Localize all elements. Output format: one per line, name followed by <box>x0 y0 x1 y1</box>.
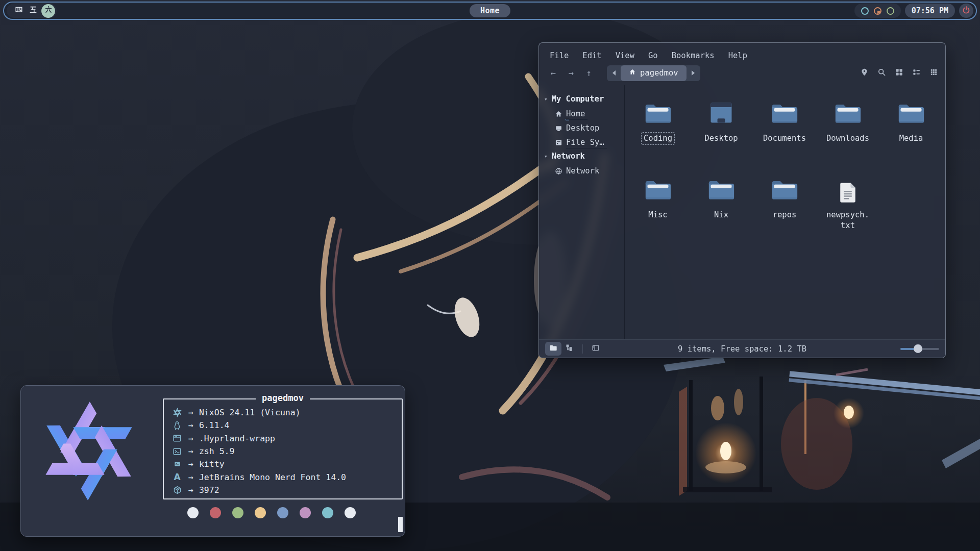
menu-go[interactable]: Go <box>648 51 658 60</box>
sidebar-item-network[interactable]: Network <box>539 163 624 178</box>
grid-view-button[interactable] <box>895 68 903 79</box>
sidebar-item-filesy[interactable]: File Sy… <box>539 135 624 149</box>
show-tree-button[interactable] <box>561 342 578 356</box>
terminal-cursor <box>398 517 403 532</box>
focused-window-title: Home <box>470 4 510 17</box>
folder-icon <box>707 176 735 206</box>
sidebar-section-network[interactable]: ▾Network <box>539 149 624 163</box>
menu-view[interactable]: View <box>616 51 634 60</box>
hanzi-5 <box>29 6 37 16</box>
fastfetch-value: 6.11.4 <box>199 420 230 430</box>
workspace-六[interactable] <box>41 4 55 18</box>
palette-dot-1 <box>210 507 221 518</box>
search-button[interactable] <box>877 68 886 79</box>
file-item-label: Documents <box>763 133 806 144</box>
toggle-side-pane-button[interactable] <box>587 342 604 356</box>
file-icon-area <box>707 97 735 129</box>
list-view-button[interactable] <box>912 68 921 79</box>
palette-dot-4 <box>277 507 288 518</box>
list-view-icon <box>912 68 921 79</box>
icon-zoom-slider[interactable] <box>900 342 939 356</box>
arrow-icon: → <box>188 459 193 469</box>
nix-snowflake-icon <box>170 408 184 417</box>
status-text: 9 items, Free space: 1.2 TB <box>678 344 806 354</box>
file-item-documents[interactable]: Documents <box>753 97 816 174</box>
terminal-window: pagedmov →NixOS 24.11 (Vicuna)→6.11.4→.H… <box>20 385 405 537</box>
fastfetch-value: kitty <box>199 459 225 469</box>
folder-icon <box>771 99 798 129</box>
search-icon <box>877 68 886 79</box>
menu-file[interactable]: File <box>550 51 569 60</box>
terminal-filled-icon <box>170 460 184 468</box>
file-icon-area <box>837 174 859 206</box>
file-item-coding[interactable]: Coding <box>626 97 690 174</box>
forward-button[interactable]: → <box>564 66 578 80</box>
sidebar-item-home[interactable]: Home <box>539 106 624 120</box>
status-indicators[interactable] <box>854 4 901 18</box>
file-item-label: Misc <box>648 210 667 220</box>
file-item-newpsych-txt[interactable]: newpsych.​txt <box>816 174 879 251</box>
menu-bookmarks[interactable]: Bookmarks <box>672 51 715 60</box>
back-button[interactable]: ← <box>546 66 560 80</box>
home-icon <box>629 68 636 78</box>
sidebar-item-label: Desktop <box>566 123 599 133</box>
hanzi-6 <box>44 6 53 16</box>
menu-edit[interactable]: Edit <box>582 51 601 60</box>
toolbar: ← → ↑ pagedmov <box>539 61 945 85</box>
compact-view-button[interactable] <box>929 68 938 79</box>
file-item-desktop[interactable]: Desktop <box>690 97 753 174</box>
clock[interactable]: 07:56 PM <box>905 4 955 18</box>
up-button[interactable]: ↑ <box>582 66 596 80</box>
slider-handle[interactable] <box>914 344 922 353</box>
green-ring[interactable] <box>887 7 894 15</box>
workspace-四[interactable] <box>13 5 25 17</box>
tree-pane-icon <box>566 344 574 354</box>
sidebar-item-label: Network <box>566 166 599 176</box>
workspace-五[interactable] <box>27 5 39 17</box>
fastfetch-rows: →NixOS 24.11 (Vicuna)→6.11.4→.Hyprland-w… <box>164 399 402 496</box>
sidebar-section-label: Network <box>552 152 585 161</box>
sidebar-item-desktop[interactable]: Desktop <box>539 120 624 135</box>
file-icon-area <box>897 97 925 129</box>
grid-view-icon <box>895 68 903 79</box>
power-button[interactable] <box>959 4 973 18</box>
file-item-downloads[interactable]: Downloads <box>816 97 879 174</box>
sidebar-section-my-computer[interactable]: ▾My Computer <box>539 92 624 106</box>
power-icon <box>962 6 970 16</box>
orange-ring[interactable] <box>874 7 881 15</box>
palette-dot-0 <box>187 507 199 518</box>
fastfetch-value: zsh 5.9 <box>199 446 235 456</box>
file-item-misc[interactable]: Misc <box>626 174 690 251</box>
forward-arrow-icon: → <box>568 68 573 78</box>
file-item-label: newpsych.​txt <box>821 210 874 232</box>
file-item-nix[interactable]: Nix <box>690 174 753 251</box>
chevron-left-icon <box>612 70 616 76</box>
compact-view-icon <box>929 68 938 79</box>
file-item-media[interactable]: Media <box>879 97 943 174</box>
path-scroll-right-button[interactable] <box>687 65 700 81</box>
show-places-button[interactable] <box>545 342 561 356</box>
file-icon-area <box>644 97 672 129</box>
teal-ring[interactable] <box>861 7 869 15</box>
workspace-switcher[interactable] <box>7 4 57 18</box>
statusbar-divider <box>582 344 583 354</box>
tray: 07:56 PM <box>854 4 973 18</box>
terminal-outline-icon <box>170 447 184 456</box>
folder-icon <box>644 99 672 129</box>
menu-help[interactable]: Help <box>728 51 747 60</box>
fastfetch-row: →kitty <box>170 458 402 470</box>
toolbar-right-icons <box>860 68 938 79</box>
collapse-triangle-icon: ▾ <box>544 153 548 160</box>
sidebar-item-label: File Sy… <box>566 138 604 147</box>
file-item-repos[interactable]: repos <box>753 174 816 251</box>
terminal-color-palette <box>187 507 356 518</box>
path-tab-label: pagedmov <box>640 68 678 78</box>
fastfetch-row: →zsh 5.9 <box>170 445 402 458</box>
file-manager-content: ▾My ComputerHomeDesktopFile Sy…▾NetworkN… <box>539 85 945 339</box>
palette-dot-7 <box>345 507 356 518</box>
file-item-label: Desktop <box>704 133 738 144</box>
path-tab-home[interactable]: pagedmov <box>621 65 687 81</box>
globe-icon <box>554 167 562 175</box>
path-scroll-left-button[interactable] <box>607 65 621 81</box>
location-pin-button[interactable] <box>860 68 869 79</box>
